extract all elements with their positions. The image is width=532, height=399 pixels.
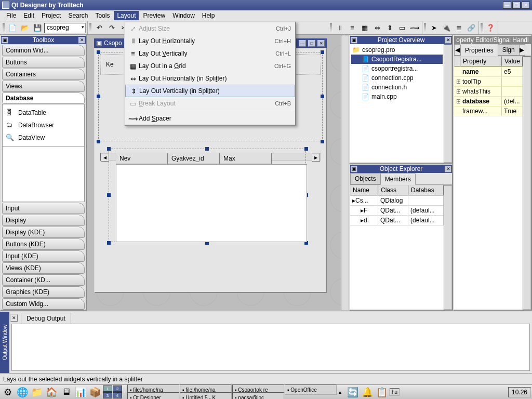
output-side-label[interactable]: Output Window (0, 312, 9, 373)
resize-handle[interactable] (97, 50, 100, 54)
menu-item-lay-out-vertically[interactable]: ≡Lay Out VerticallyCtrl+L (125, 47, 295, 60)
layout-grid-icon[interactable]: ▦ (359, 22, 370, 34)
toolbox-tab[interactable]: Buttons (2, 57, 85, 68)
resize-handle[interactable] (321, 140, 324, 143)
tab-order-icon[interactable]: ≣ (453, 22, 464, 34)
menu-file[interactable]: File (3, 11, 19, 20)
toolbox-tab[interactable]: Custom Widg... (2, 298, 85, 310)
tray-icon[interactable]: 📊 (74, 386, 87, 398)
buddy-icon[interactable]: 🔗 (466, 22, 477, 34)
toolbox-tab[interactable]: Containers (2, 69, 85, 80)
col-database[interactable]: Databas (408, 185, 444, 195)
resize-handle[interactable] (304, 147, 308, 151)
task-button[interactable]: ▪ Untitled 5 - K (180, 392, 232, 399)
panel-undock-icon[interactable]: ▣ (351, 37, 357, 44)
toolbox-close-icon[interactable]: ✕ (78, 37, 85, 44)
panel-close-icon[interactable]: ✕ (445, 37, 451, 44)
col-nev[interactable]: Nev (116, 153, 168, 164)
col-value[interactable]: Value (502, 56, 523, 66)
connect-icon[interactable]: 🔌 (441, 22, 452, 34)
close-button[interactable]: ✕ (522, 2, 530, 9)
toolbox-tab-database[interactable]: Database (2, 92, 85, 104)
property-row[interactable]: ⊞whatsThis (454, 87, 523, 97)
object-vscroll[interactable] (444, 185, 452, 310)
canvas-vscroll[interactable] (341, 35, 349, 311)
resize-handle[interactable] (321, 95, 324, 98)
widget-datatable[interactable]: 🗄DataTable (5, 107, 82, 119)
col-gyakvez[interactable]: Gyakvez_id (168, 153, 220, 164)
spacer-icon[interactable]: ⟿ (409, 22, 420, 34)
toolbox-tab[interactable]: Common Wid... (2, 45, 85, 56)
property-row[interactable]: namee5 (454, 67, 523, 77)
toolbox-tab[interactable]: Input (KDE) (2, 250, 85, 262)
tab-scroll-right-icon[interactable]: ▶ (519, 44, 525, 56)
toolbox-tab[interactable]: Display (2, 215, 85, 226)
layout-vsplit-icon[interactable]: ⇕ (384, 22, 395, 34)
break-layout-icon[interactable]: ▭ (396, 22, 408, 34)
output-text[interactable] (11, 324, 530, 371)
whatsthis-icon[interactable]: ❓ (485, 22, 496, 34)
toolbox-tab[interactable]: Buttons (KDE) (2, 238, 85, 250)
output-close-icon[interactable]: ✕ (10, 314, 18, 322)
property-row[interactable]: ⊞toolTip (454, 77, 523, 87)
menu-window[interactable]: Window (169, 11, 198, 20)
resize-handle[interactable] (107, 193, 111, 197)
menu-search[interactable]: Search (65, 11, 91, 20)
task-button[interactable]: ▪ OpenOffice (285, 384, 337, 395)
resize-handle[interactable] (107, 147, 111, 151)
menu-project[interactable]: Project (38, 11, 64, 20)
object-row[interactable]: ▸d.QDat...(defaul... (350, 216, 444, 225)
menu-item-lay-out-in-a-grid[interactable]: ▦Lay Out in a GridCtrl+G (125, 60, 295, 72)
resize-handle[interactable] (107, 241, 111, 245)
task-button[interactable]: ▪ nacsa@loc (232, 392, 284, 399)
save-icon[interactable]: 💾 (32, 22, 43, 34)
property-row[interactable]: framew...True (454, 107, 523, 116)
maximize-button[interactable]: ❐ (512, 2, 521, 9)
col-property[interactable]: Property (460, 56, 502, 66)
subwin-min-icon[interactable]: — (299, 40, 306, 47)
object-row[interactable]: ▸Cs...QDialog (350, 196, 444, 206)
menu-item-lay-out-horizontally-in-splitter-[interactable]: ⇔Lay Out Horizontally (in Splitter) (125, 72, 295, 85)
menu-help[interactable]: Help (199, 11, 218, 20)
tab-scroll-left-icon[interactable]: ◀ (454, 44, 460, 56)
subwin-close-icon[interactable]: ✕ (317, 40, 325, 47)
keyboard-layout[interactable]: hu (390, 388, 400, 396)
property-vscroll[interactable] (523, 56, 531, 310)
toolbox-tab[interactable]: Views (KDE) (2, 262, 85, 274)
panel-undock-icon[interactable]: ▣ (351, 166, 357, 172)
col-max[interactable]: Max (220, 153, 272, 164)
tab-signals[interactable]: Sign (498, 44, 520, 56)
toolbox-tab[interactable]: Display (KDE) (2, 227, 85, 238)
menu-item-lay-out-horizontally[interactable]: ⦀Lay Out HorizontallyCtrl+H (125, 35, 295, 47)
minimize-button[interactable]: — (503, 2, 511, 9)
layout-h-icon[interactable]: ⦀ (334, 22, 345, 34)
data-table[interactable]: Nev Gyakvez_id Max (116, 153, 307, 242)
tab-debug-output[interactable]: Debug Output (21, 313, 71, 324)
tree-item[interactable]: 📘CsoportRegistra... (351, 55, 443, 64)
tray-icon[interactable]: 📁 (30, 386, 44, 398)
menu-edit[interactable]: Edit (20, 11, 37, 20)
clock[interactable]: 10.26 (508, 387, 531, 397)
task-button[interactable]: ▪ Qt Designer (127, 392, 179, 399)
project-tree[interactable]: 📁csopreg.pro 📘CsoportRegistra...📄csoport… (350, 44, 444, 163)
kmenu-icon[interactable]: ⚙ (1, 386, 15, 398)
tray-icon[interactable]: 🖥 (59, 386, 73, 398)
widget-dataview[interactable]: 🔍DataView (5, 131, 82, 144)
tray-icon[interactable]: 🔔 (361, 386, 374, 398)
toolbox-undock-icon[interactable]: ▣ (2, 37, 8, 44)
toolbox-tab[interactable]: Graphics (KDE) (2, 286, 85, 298)
redo-icon[interactable]: ↷ (106, 22, 117, 34)
tree-item[interactable]: 📄main.cpp (351, 92, 443, 101)
layout-hsplit-icon[interactable]: ⇔ (371, 22, 383, 34)
tray-icon[interactable]: 🏠 (45, 386, 58, 398)
tray-icon[interactable]: 🌐 (16, 386, 29, 398)
toolbox-tab[interactable]: Container (KD... (2, 274, 85, 286)
toolbox-tab[interactable]: Views (2, 81, 85, 92)
resize-handle[interactable] (205, 147, 209, 151)
col-class[interactable]: Class (378, 185, 408, 195)
undo-icon[interactable]: ↶ (94, 22, 105, 34)
menu-item-add-spacer[interactable]: ⟿Add Spacer (125, 112, 295, 125)
layout-v-icon[interactable]: ≡ (347, 22, 358, 34)
project-vscroll[interactable] (444, 44, 452, 163)
tray-icon[interactable]: 🔄 (346, 386, 360, 398)
